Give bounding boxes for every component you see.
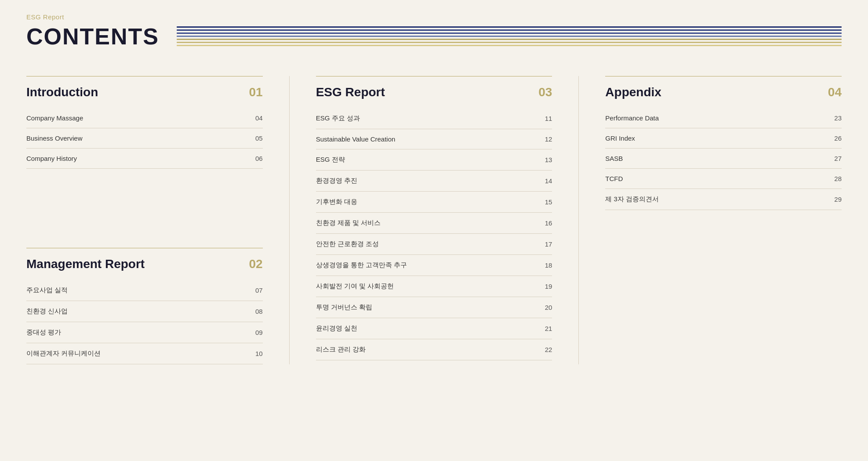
column-1: Introduction 01 Company Massage 04 Busin… xyxy=(26,76,289,364)
toc-item[interactable]: 친환경 신사업 08 xyxy=(26,301,263,322)
page-title: CONTENTS xyxy=(26,23,159,50)
introduction-items: Company Massage 04 Business Overview 05 … xyxy=(26,108,263,169)
contents-columns: Introduction 01 Company Massage 04 Busin… xyxy=(26,76,842,364)
toc-item[interactable]: 주요사업 실적 07 xyxy=(26,280,263,301)
esg-report-header: ESG Report 03 xyxy=(316,76,552,99)
introduction-number: 01 xyxy=(249,85,263,99)
toc-item[interactable]: Sustainable Value Creation 12 xyxy=(316,129,552,149)
toc-item[interactable]: 상생경영을 통한 고객만족 추구 18 xyxy=(316,255,552,276)
management-report-number: 02 xyxy=(249,257,263,271)
management-report-items: 주요사업 실적 07 친환경 신사업 08 중대성 평가 09 이해관계자 커뮤… xyxy=(26,280,263,364)
esg-report-items: ESG 주요 성과 11 Sustainable Value Creation … xyxy=(316,108,552,360)
toc-item[interactable]: 제 3자 검증의견서 29 xyxy=(605,189,842,210)
toc-item[interactable]: 친환경 제품 및 서비스 16 xyxy=(316,213,552,234)
esg-report-number: 03 xyxy=(538,85,552,99)
introduction-title: Introduction xyxy=(26,85,98,99)
toc-item[interactable]: 중대성 평가 09 xyxy=(26,322,263,343)
management-report-title: Management Report xyxy=(26,257,145,271)
toc-item[interactable]: Business Overview 05 xyxy=(26,128,263,149)
appendix-header: Appendix 04 xyxy=(605,76,842,99)
management-report-header: Management Report 02 xyxy=(26,248,263,271)
esg-report-title: ESG Report xyxy=(316,85,385,99)
appendix-number: 04 xyxy=(828,85,842,99)
toc-item[interactable]: GRI Index 26 xyxy=(605,128,842,149)
toc-item[interactable]: 이해관계자 커뮤니케이션 10 xyxy=(26,343,263,364)
toc-item[interactable]: 안전한 근로환경 조성 17 xyxy=(316,234,552,255)
column-3: Appendix 04 Performance Data 23 GRI Inde… xyxy=(579,76,842,364)
appendix-title: Appendix xyxy=(605,85,661,99)
toc-item[interactable]: 기후변화 대응 15 xyxy=(316,192,552,213)
toc-item[interactable]: ESG 전략 13 xyxy=(316,149,552,171)
header-lines xyxy=(177,26,842,50)
introduction-header: Introduction 01 xyxy=(26,76,263,99)
page-label: ESG Report xyxy=(26,13,842,21)
toc-item[interactable]: Company Massage 04 xyxy=(26,108,263,128)
toc-item[interactable]: 리스크 관리 강화 22 xyxy=(316,339,552,360)
toc-item[interactable]: 윤리경영 실천 21 xyxy=(316,318,552,339)
toc-item[interactable]: 투명 거버넌스 확립 20 xyxy=(316,297,552,318)
toc-item[interactable]: Performance Data 23 xyxy=(605,108,842,128)
toc-item[interactable]: TCFD 28 xyxy=(605,169,842,189)
toc-item[interactable]: ESG 주요 성과 11 xyxy=(316,108,552,129)
toc-item[interactable]: 사회발전 기여 및 사회공헌 19 xyxy=(316,276,552,297)
toc-item[interactable]: SASB 27 xyxy=(605,149,842,169)
toc-item[interactable]: 환경경영 추진 14 xyxy=(316,171,552,192)
column-2: ESG Report 03 ESG 주요 성과 11 Sustainable V… xyxy=(289,76,579,364)
appendix-items: Performance Data 23 GRI Index 26 SASB 27… xyxy=(605,108,842,210)
toc-item[interactable]: Company History 06 xyxy=(26,149,263,169)
